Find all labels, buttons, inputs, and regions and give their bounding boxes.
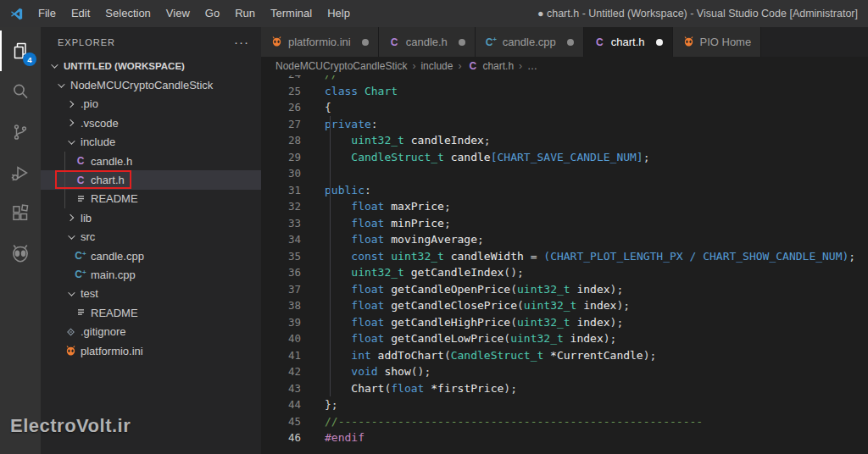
line-content[interactable]: float movingAverage;	[301, 231, 484, 248]
c-icon-slot: C	[73, 155, 88, 167]
breadcrumb-item[interactable]: …	[527, 60, 537, 72]
line-number: 40	[261, 330, 301, 347]
line-content[interactable]: float getCandleClosePrice(uint32_t index…	[301, 297, 630, 314]
code-editor[interactable]: 24//------------------------------------…	[261, 75, 868, 454]
line-content[interactable]: Chart(float *firstPrice);	[301, 380, 517, 397]
line-content[interactable]: public:	[301, 182, 371, 199]
explorer-header: EXPLORER ···	[41, 27, 261, 57]
tree-item-src[interactable]: src	[41, 228, 261, 246]
line-content[interactable]: //--------------------------------------…	[301, 75, 842, 83]
menu-go[interactable]: Go	[198, 0, 227, 27]
c-icon-slot: C	[73, 174, 88, 186]
source-control-icon[interactable]	[0, 112, 41, 152]
tree-item-chart.h[interactable]: Cchart.h	[41, 170, 261, 189]
tree-item-label: candle.h	[91, 155, 132, 168]
tree-item-untitled-workspace-[interactable]: UNTITLED (WORKSPACE)	[41, 57, 261, 75]
tree-item-platformio.ini[interactable]: platformio.ini	[41, 341, 261, 360]
menu-help[interactable]: Help	[320, 0, 358, 27]
code-line-28: 28 uint32_t candleIndex;	[261, 132, 868, 149]
tree-item-candle.h[interactable]: Ccandle.h	[41, 152, 261, 170]
code-line-35: 35 const uint32_t candleWidth = (CHART_P…	[261, 248, 868, 265]
tab-candle.cpp[interactable]: C+candle.cpp	[476, 27, 584, 57]
code-line-37: 37 float getCandleOpenPrice(uint32_t ind…	[261, 281, 868, 298]
menu-edit[interactable]: Edit	[64, 0, 97, 27]
tree-item-nodemcucryptocandlestick[interactable]: NodeMCUCryptoCandleStick	[41, 75, 261, 94]
code-line-34: 34 float movingAverage;	[261, 231, 868, 248]
tab-chart.h[interactable]: Cchart.h	[584, 27, 673, 57]
tree-item-label: candle.cpp	[91, 250, 144, 263]
chevron-right-icon	[63, 102, 78, 107]
line-content[interactable]: int addToChart(CandleStruct_t *CurrentCa…	[301, 347, 656, 364]
pio-icon-slot	[63, 345, 78, 357]
watermark: ElectroVolt.ir	[10, 415, 131, 437]
modified-dot-icon[interactable]	[656, 39, 663, 46]
line-content[interactable]: {	[301, 99, 331, 116]
tree-item-.gitignore[interactable]: .gitignore	[41, 322, 261, 340]
line-content[interactable]: float getCandleLowPrice(uint32_t index);	[301, 330, 616, 347]
search-icon[interactable]	[0, 71, 41, 112]
explorer-icon[interactable]: 4	[0, 30, 41, 71]
tree-item-main.cpp[interactable]: C+main.cpp	[41, 265, 261, 284]
line-content[interactable]: float getCandleHighPrice(uint32_t index)…	[301, 314, 623, 331]
breadcrumb-item[interactable]: include	[420, 60, 453, 72]
line-content[interactable]: };	[301, 396, 338, 413]
more-actions-icon[interactable]: ···	[234, 35, 249, 49]
line-content[interactable]: CandleStruct_t candle[CHART_SAVE_CANDLE_…	[301, 149, 650, 166]
tree-item-test[interactable]: test	[41, 285, 261, 303]
title-bar: FileEditSelectionViewGoRunTerminalHelp ●…	[0, 0, 868, 27]
line-content[interactable]: void show();	[301, 363, 431, 380]
menu-view[interactable]: View	[159, 0, 198, 27]
line-content[interactable]: #endif	[301, 429, 364, 446]
menu-selection[interactable]: Selection	[97, 0, 158, 27]
explorer-badge: 4	[23, 53, 36, 66]
tree-item-.pio[interactable]: .pio	[41, 95, 261, 114]
tree-item-include[interactable]: include	[41, 133, 261, 152]
breadcrumb-label: NodeMCUCryptoCandleStick	[275, 60, 407, 72]
tree-item-.vscode[interactable]: .vscode	[41, 114, 261, 132]
modified-dot-icon[interactable]	[567, 39, 574, 46]
tree-item-lib[interactable]: lib	[41, 208, 261, 227]
code-lines: 24//------------------------------------…	[261, 75, 868, 446]
line-content[interactable]: private:	[301, 116, 378, 133]
line-content[interactable]	[301, 165, 325, 182]
code-line-29: 29 CandleStruct_t candle[CHART_SAVE_CAND…	[261, 149, 868, 166]
modified-dot-icon[interactable]	[459, 39, 465, 46]
line-content[interactable]: uint32_t getCandleIndex();	[301, 264, 524, 281]
modified-dot-icon[interactable]	[362, 39, 369, 46]
cpp-icon-slot: C+	[73, 250, 88, 262]
tree-item-label: .vscode	[81, 117, 119, 130]
line-number: 31	[261, 182, 301, 199]
breadcrumb-item[interactable]: Cchart.h	[466, 60, 514, 72]
line-content[interactable]: class Chart	[301, 83, 398, 100]
chevron-down-icon	[53, 83, 68, 88]
tab-platformio.ini[interactable]: platformio.ini	[261, 27, 379, 57]
cpp-file-icon: C+	[485, 36, 498, 48]
code-line-42: 42 void show();	[261, 363, 868, 380]
readme-icon	[75, 193, 87, 205]
line-content[interactable]: //--------------------------------------…	[301, 413, 703, 430]
cpp-file-icon: C+	[75, 269, 87, 280]
platformio-icon[interactable]	[0, 234, 41, 274]
menu-run[interactable]: Run	[227, 0, 263, 27]
code-line-46: 46#endif	[261, 429, 868, 446]
line-content[interactable]: float minPrice;	[301, 215, 451, 232]
tab-candle.h[interactable]: Ccandle.h	[379, 27, 476, 57]
extensions-icon[interactable]	[0, 193, 41, 234]
tree-item-readme[interactable]: README	[41, 190, 261, 208]
menu-terminal[interactable]: Terminal	[263, 0, 320, 27]
menu-file[interactable]: File	[31, 0, 64, 27]
tree-item-readme[interactable]: README	[41, 303, 261, 322]
line-content[interactable]: float getCandleOpenPrice(uint32_t index)…	[301, 281, 623, 298]
tab-pio-home[interactable]: PIO Home	[673, 27, 762, 57]
tab-label: candle.cpp	[503, 36, 556, 48]
code-line-30: 30	[261, 165, 868, 182]
breadcrumb-separator: ›	[412, 60, 415, 72]
tree-item-candle.cpp[interactable]: C+candle.cpp	[41, 246, 261, 265]
line-number: 25	[261, 83, 301, 100]
breadcrumb-item[interactable]: NodeMCUCryptoCandleStick	[275, 60, 407, 72]
code-line-41: 41 int addToChart(CandleStruct_t *Curren…	[261, 347, 868, 364]
line-content[interactable]: float maxPrice;	[301, 198, 451, 215]
line-content[interactable]: const uint32_t candleWidth = (CHART_PLOT…	[301, 248, 855, 265]
code-line-44: 44};	[261, 396, 868, 413]
run-and-debug-icon[interactable]	[0, 152, 41, 193]
